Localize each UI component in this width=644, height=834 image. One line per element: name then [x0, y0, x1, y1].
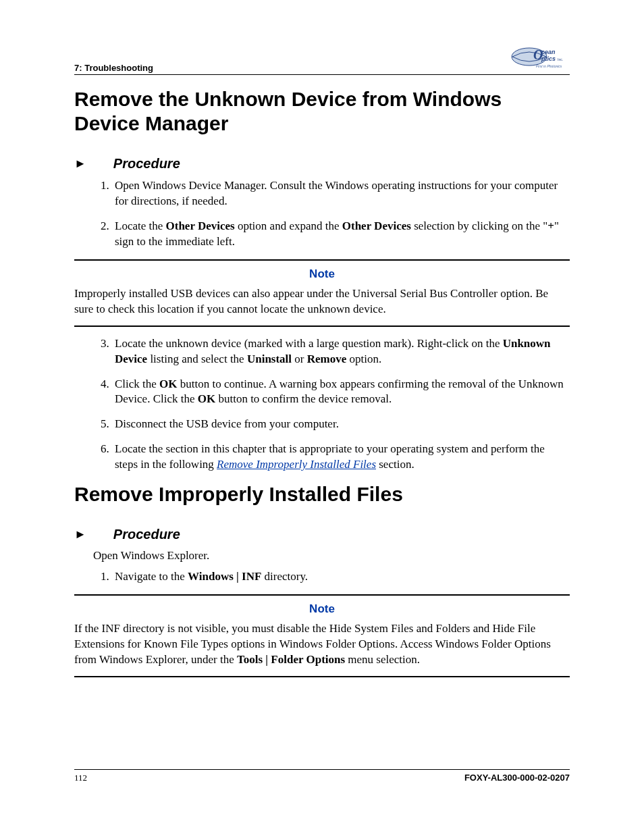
step-text: Click the — [115, 377, 159, 390]
note-title: Note — [74, 267, 570, 281]
link-remove-improperly-installed-files[interactable]: Remove Improperly Installed Files — [217, 458, 376, 471]
ocean-optics-logo-icon: cean ptics Inc. First in Photonics O — [509, 41, 570, 73]
procedure-label: Procedure — [113, 156, 180, 172]
step-text: Navigate to the — [115, 570, 188, 583]
page: 7: Troubleshooting cean ptics Inc. First… — [0, 0, 644, 834]
note-body: Improperly installed USB devices can als… — [74, 286, 570, 317]
svg-text:First in Photonics: First in Photonics — [536, 64, 562, 68]
step-2: Locate the Other Devices option and expa… — [112, 219, 570, 250]
step-text: Locate the — [115, 219, 166, 232]
svg-text:Inc.: Inc. — [558, 57, 563, 61]
note-box: Note Improperly installed USB devices ca… — [74, 259, 570, 327]
bold-text: Tools | Folder Options — [237, 653, 345, 666]
step-text: option. — [346, 353, 381, 365]
procedure-heading: ► Procedure — [74, 156, 570, 172]
triangle-right-icon: ► — [74, 157, 86, 171]
bold-text: OK — [159, 377, 177, 390]
step-4: Click the OK button to continue. A warni… — [112, 377, 570, 408]
bold-text: + — [547, 219, 554, 232]
note-body: If the INF directory is not visible, you… — [74, 621, 570, 668]
step-1: Navigate to the Windows | INF directory. — [112, 569, 570, 585]
svg-text:O: O — [533, 47, 543, 62]
step-6: Locate the section in this chapter that … — [112, 442, 570, 473]
page-number: 112 — [74, 773, 87, 783]
step-text: listing and select the — [147, 353, 247, 365]
step-5: Disconnect the USB device from your comp… — [112, 417, 570, 432]
triangle-right-icon: ► — [74, 527, 86, 542]
procedure-label: Procedure — [113, 527, 180, 542]
section-title-remove-improperly-installed-files: Remove Improperly Installed Files — [74, 482, 570, 506]
step-text: directory. — [261, 570, 308, 583]
bold-text: Other Devices — [342, 219, 411, 232]
step-3: Locate the unknown device (marked with a… — [112, 336, 570, 367]
step-text: or — [292, 353, 307, 365]
svg-text:cean: cean — [541, 49, 556, 55]
note-box: Note If the INF directory is not visible… — [74, 594, 570, 677]
bold-text: OK — [198, 392, 215, 405]
step-1: Open Windows Device Manager. Consult the… — [112, 178, 570, 209]
step-text: button to confirm the device removal. — [215, 392, 392, 405]
bold-text: Remove — [307, 353, 347, 365]
step-text: section. — [376, 458, 414, 471]
step-text: Disconnect the USB device from your comp… — [115, 417, 339, 430]
procedure-steps-3-6: Locate the unknown device (marked with a… — [93, 336, 570, 473]
bold-text: Windows | INF — [188, 570, 261, 583]
page-header: 7: Troubleshooting cean ptics Inc. First… — [74, 41, 570, 75]
step-text: Locate the unknown device (marked with a… — [115, 337, 503, 350]
step-text: selection by clicking on the " — [411, 219, 547, 232]
procedure-steps-b: Navigate to the Windows | INF directory. — [93, 569, 570, 585]
section-title-remove-unknown-device: Remove the Unknown Device from Windows D… — [74, 87, 570, 136]
procedure-heading: ► Procedure — [74, 527, 570, 542]
step-text: Open Windows Device Manager. Consult the… — [115, 179, 558, 207]
note-text: menu selection. — [345, 653, 420, 666]
step-text: option and expand the — [235, 219, 342, 232]
document-code: FOXY-AL300-000-02-0207 — [464, 773, 570, 783]
page-footer: 112 FOXY-AL300-000-02-0207 — [74, 769, 570, 783]
bold-text: Uninstall — [247, 353, 292, 365]
chapter-label: 7: Troubleshooting — [74, 63, 153, 73]
procedure-intro: Open Windows Explorer. — [93, 549, 570, 563]
procedure-steps-1-2: Open Windows Device Manager. Consult the… — [93, 178, 570, 250]
note-title: Note — [74, 602, 570, 616]
bold-text: Other Devices — [166, 219, 235, 232]
